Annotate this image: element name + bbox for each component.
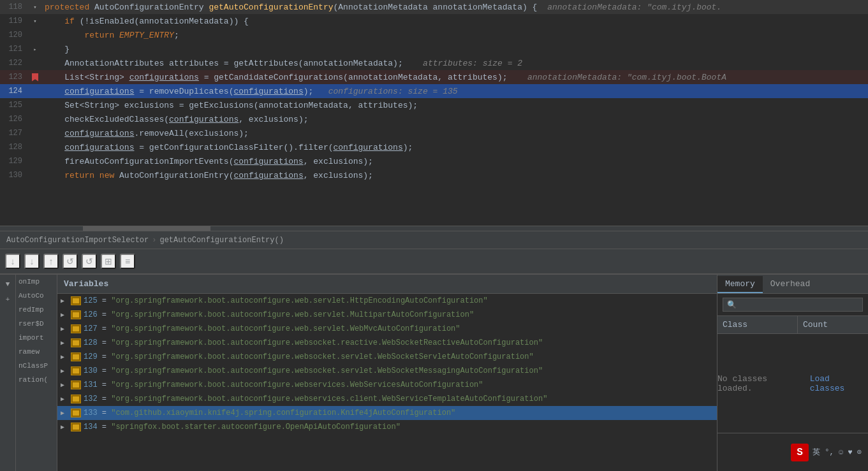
expand-133[interactable]: ▶: [61, 409, 71, 417]
watermark: S 英 °, ☺ ♥ ⊙: [791, 444, 862, 461]
step-into-btn[interactable]: ↓: [24, 254, 40, 269]
expand-131[interactable]: ▶: [61, 381, 71, 389]
line-content-123: List<String> configurations = getCandida…: [41, 73, 868, 82]
var-type-icon-130: [71, 366, 81, 375]
variables-title: Variables: [64, 279, 108, 289]
var-item-131[interactable]: ▶ 131 = "org.springframework.boot.autoco…: [57, 378, 717, 392]
line-content-127: configurations.removeAll(exclusions);: [41, 129, 868, 138]
code-line-118: 118 ▾ protected AutoConfigurationEntry g…: [0, 0, 868, 14]
code-lines: 118 ▾ protected AutoConfigurationEntry g…: [0, 0, 868, 226]
frame-item-1[interactable]: onImp: [16, 275, 57, 289]
main-container: 118 ▾ protected AutoConfigurationEntry g…: [0, 0, 868, 471]
variables-panel: Variables ▶ 125 = "org.springframework.b…: [57, 275, 717, 471]
line-num-126: 126: [0, 115, 29, 124]
var-item-125[interactable]: ▶ 125 = "org.springframework.boot.autoco…: [57, 294, 717, 308]
add-icon[interactable]: +: [1, 293, 14, 306]
grid-btn[interactable]: ⊞: [101, 254, 116, 269]
breadcrumb-part1: AutoConfigurationImportSelector: [6, 236, 149, 245]
expand-134[interactable]: ▶: [61, 423, 71, 431]
watermark-area: S 英 °, ☺ ♥ ⊙: [717, 433, 868, 471]
expand-126[interactable]: ▶: [61, 311, 71, 319]
expand-129[interactable]: ▶: [61, 353, 71, 361]
code-line-119: 119 ▾ if (!isEnabled(annotationMetadata)…: [0, 14, 868, 28]
line-num-127: 127: [0, 129, 29, 138]
expand-127[interactable]: ▶: [61, 325, 71, 333]
var-item-132[interactable]: ▶ 132 = "org.springframework.boot.autoco…: [57, 392, 717, 406]
s-logo-icon: S: [791, 444, 809, 461]
line-num-121: 121: [0, 45, 29, 54]
debug-toolbar: ↓ ↓ ↑ ↺ ↺ ⊞ ≡: [0, 249, 868, 274]
step-over-btn[interactable]: ↓: [5, 254, 20, 269]
gutter-123: [29, 73, 41, 82]
line-content-130: return new AutoConfigurationEntry(config…: [41, 171, 868, 180]
frame-item-7[interactable]: nClassP: [16, 359, 57, 373]
code-line-120: 120 return EMPTY_ENTRY;: [0, 28, 868, 42]
evaluate-btn[interactable]: ↺: [82, 254, 97, 269]
line-num-124: 124: [0, 87, 29, 96]
gutter-118: ▾: [29, 4, 41, 11]
code-line-126: 126 checkExcludedClasses(configurations,…: [0, 112, 868, 126]
code-editor: 118 ▾ protected AutoConfigurationEntry g…: [0, 0, 868, 249]
col-class: Class: [717, 316, 798, 333]
var-item-134[interactable]: ▶ 134 = "springfox.boot.starter.autoconf…: [57, 420, 717, 434]
var-item-128[interactable]: ▶ 128 = "org.springframework.boot.autoco…: [57, 336, 717, 350]
var-item-130[interactable]: ▶ 130 = "org.springframework.boot.autoco…: [57, 364, 717, 378]
expand-125[interactable]: ▶: [61, 297, 71, 305]
line-content-124: configurations = removeDuplicates(config…: [41, 87, 868, 96]
var-item-133[interactable]: ▶ 133 = "com.github.xiaoymin.knife4j.spr…: [57, 406, 717, 420]
line-content-128: configurations = getConfigurationClassFi…: [41, 143, 868, 152]
var-type-icon-129: [71, 352, 81, 361]
var-text-126: 126 = "org.springframework.boot.autoconf…: [84, 310, 474, 319]
line-content-119: if (!isEnabled(annotationMetadata)) {: [41, 17, 868, 26]
line-num-123: 123: [0, 73, 29, 82]
run-to-cursor-btn[interactable]: ↺: [63, 254, 78, 269]
var-text-132: 132 = "org.springframework.boot.autoconf…: [84, 395, 547, 403]
tab-memory[interactable]: Memory: [717, 276, 763, 293]
line-num-119: 119: [0, 17, 29, 25]
tab-overhead[interactable]: Overhead: [763, 276, 818, 293]
code-line-124: 124 configurations = removeDuplicates(co…: [0, 84, 868, 98]
frame-list: onImp AutoCo redImp rser$D import ramew …: [16, 275, 57, 471]
load-classes-link[interactable]: Load classes: [810, 374, 868, 393]
memory-panel: Memory Overhead Class Count No classes l…: [717, 275, 868, 471]
frame-item-8[interactable]: ration(: [16, 373, 57, 387]
line-content-129: fireAutoConfigurationImportEvents(config…: [41, 157, 868, 166]
frame-item-5[interactable]: import: [16, 331, 57, 345]
breadcrumb-part2: getAutoConfigurationEntry(): [159, 236, 283, 245]
frame-item-6[interactable]: ramew: [16, 345, 57, 359]
var-type-icon-126: [71, 310, 81, 319]
code-line-127: 127 configurations.removeAll(exclusions)…: [0, 126, 868, 140]
col-count: Count: [798, 316, 868, 333]
var-item-127[interactable]: ▶ 127 = "org.springframework.boot.autoco…: [57, 322, 717, 336]
step-out-btn[interactable]: ↑: [43, 254, 59, 269]
line-num-120: 120: [0, 31, 29, 40]
expand-130[interactable]: ▶: [61, 367, 71, 375]
var-text-129: 129 = "org.springframework.boot.autoconf…: [84, 352, 534, 361]
code-line-129: 129 fireAutoConfigurationImportEvents(co…: [0, 154, 868, 168]
var-type-icon-132: [71, 395, 81, 403]
gutter-119: ▾: [29, 18, 41, 25]
var-item-126[interactable]: ▶ 126 = "org.springframework.boot.autoco…: [57, 308, 717, 322]
left-sidebar: ▼ +: [0, 275, 16, 471]
menu-btn[interactable]: ≡: [120, 254, 135, 269]
var-type-icon-131: [71, 380, 81, 389]
expand-128[interactable]: ▶: [61, 339, 71, 347]
expand-132[interactable]: ▶: [61, 395, 71, 403]
horizontal-scrollbar[interactable]: [0, 226, 868, 231]
var-item-129[interactable]: ▶ 129 = "org.springframework.boot.autoco…: [57, 350, 717, 364]
var-type-icon-127: [71, 324, 81, 333]
frame-item-3[interactable]: redImp: [16, 303, 57, 317]
line-content-122: AnnotationAttributes attributes = getAtt…: [41, 59, 868, 68]
filter-icon[interactable]: ▼: [1, 278, 14, 291]
breadcrumb: AutoConfigurationImportSelector › getAut…: [0, 231, 868, 249]
line-content-126: checkExcludedClasses(configurations, exc…: [41, 115, 868, 124]
variables-list[interactable]: ▶ 125 = "org.springframework.boot.autoco…: [57, 294, 717, 471]
gutter-121: ▸: [29, 47, 41, 52]
bottom-panel: ▼ + onImp AutoCo redImp rser$D import ra…: [0, 274, 868, 471]
breadcrumb-sep: ›: [152, 236, 156, 245]
memory-tabs: Memory Overhead: [717, 275, 868, 294]
var-type-icon-128: [71, 338, 81, 347]
memory-search-input[interactable]: [723, 298, 863, 312]
frame-item-4[interactable]: rser$D: [16, 317, 57, 331]
frame-item-2[interactable]: AutoCo: [16, 289, 57, 303]
